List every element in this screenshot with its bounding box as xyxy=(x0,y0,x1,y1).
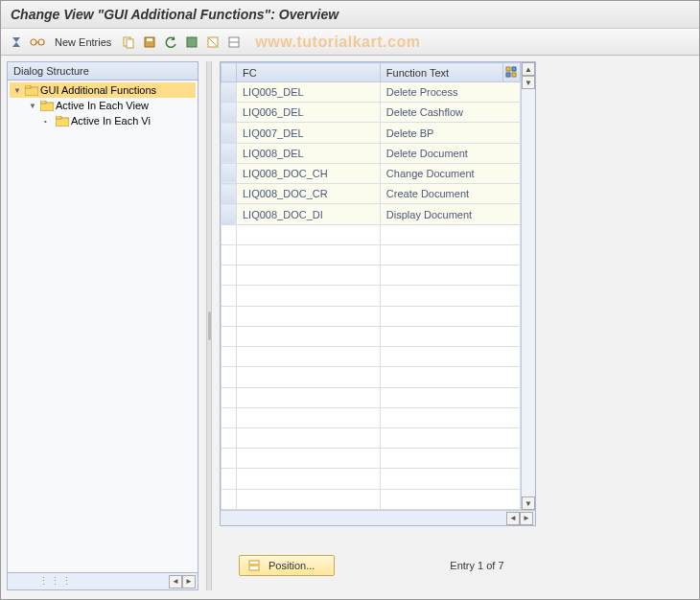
table-row-empty[interactable] xyxy=(222,367,521,387)
cell-function-text[interactable]: Delete Process xyxy=(380,82,520,103)
cell-fc[interactable] xyxy=(237,244,381,265)
table-config-button[interactable] xyxy=(502,63,520,82)
cell-fc[interactable] xyxy=(237,265,381,286)
column-header-fc[interactable]: FC xyxy=(237,63,381,82)
table-row-empty[interactable] xyxy=(222,326,521,346)
cell-fc[interactable] xyxy=(237,407,381,427)
row-selector[interactable] xyxy=(222,449,237,469)
row-selector[interactable] xyxy=(222,204,237,224)
drag-handle-icon[interactable]: ⋮⋮⋮ xyxy=(10,575,169,588)
row-selector[interactable] xyxy=(222,163,237,183)
table-row-empty[interactable] xyxy=(222,489,521,509)
cell-fc[interactable] xyxy=(237,367,381,387)
table-row[interactable]: LIQ008_DOC_DIDisplay Document xyxy=(222,204,521,224)
scroll-right-button[interactable]: ► xyxy=(182,575,196,588)
row-header-corner[interactable] xyxy=(222,63,237,82)
tree-item[interactable]: ▼Active In Each View xyxy=(10,98,196,113)
table-row-empty[interactable] xyxy=(222,244,521,265)
row-selector[interactable] xyxy=(222,469,237,489)
glasses-icon[interactable] xyxy=(30,35,45,50)
table-row-empty[interactable] xyxy=(222,469,521,489)
copy-icon[interactable] xyxy=(121,35,136,50)
toggle-tech-names-icon[interactable] xyxy=(9,35,24,50)
scroll-left-button[interactable]: ◄ xyxy=(169,575,182,588)
cell-function-text[interactable] xyxy=(380,347,520,367)
row-selector[interactable] xyxy=(222,387,237,407)
row-selector[interactable] xyxy=(222,306,237,326)
column-header-function-text[interactable]: Function Text xyxy=(380,63,502,82)
collapse-icon[interactable]: ▼ xyxy=(29,102,38,110)
row-selector[interactable] xyxy=(222,224,237,244)
scroll-track[interactable] xyxy=(522,89,535,496)
cell-fc[interactable] xyxy=(237,224,381,244)
row-selector[interactable] xyxy=(222,82,237,103)
cell-fc[interactable]: LIQ007_DEL xyxy=(237,123,381,143)
row-selector[interactable] xyxy=(222,367,237,387)
row-selector[interactable] xyxy=(222,427,237,448)
table-row[interactable]: LIQ008_DOC_CHChange Document xyxy=(222,163,521,183)
table-row-empty[interactable] xyxy=(222,387,521,407)
cell-fc[interactable] xyxy=(237,286,381,306)
cell-function-text[interactable] xyxy=(380,265,520,286)
tree-item[interactable]: •Active In Each Vi xyxy=(10,113,196,128)
scroll-down-end-button[interactable]: ▼ xyxy=(522,496,535,510)
hscroll-right-button[interactable]: ► xyxy=(520,512,533,525)
cell-function-text[interactable]: Change Document xyxy=(380,163,520,183)
cell-function-text[interactable] xyxy=(380,469,520,489)
table-row-empty[interactable] xyxy=(222,427,521,448)
deselect-icon[interactable] xyxy=(205,35,221,50)
table-row-empty[interactable] xyxy=(222,449,521,469)
row-selector[interactable] xyxy=(222,489,237,509)
cell-function-text[interactable] xyxy=(380,367,520,387)
undo-icon[interactable] xyxy=(163,35,178,50)
table-row-empty[interactable] xyxy=(222,265,521,286)
cell-fc[interactable]: LIQ005_DEL xyxy=(237,82,381,103)
row-selector[interactable] xyxy=(222,326,237,346)
row-selector[interactable] xyxy=(222,123,237,143)
table-row-empty[interactable] xyxy=(222,347,521,367)
row-selector[interactable] xyxy=(222,265,237,286)
row-selector[interactable] xyxy=(222,286,237,306)
cell-function-text[interactable] xyxy=(380,244,520,265)
row-selector[interactable] xyxy=(222,347,237,367)
cell-fc[interactable] xyxy=(237,469,381,489)
splitter-handle[interactable] xyxy=(206,61,212,590)
cell-fc[interactable] xyxy=(237,347,381,367)
save-icon[interactable] xyxy=(142,35,157,50)
cell-fc[interactable] xyxy=(237,489,381,509)
cell-fc[interactable]: LIQ008_DOC_CH xyxy=(237,163,381,183)
row-selector[interactable] xyxy=(222,103,237,123)
cell-function-text[interactable] xyxy=(380,407,520,427)
cell-function-text[interactable]: Delete BP xyxy=(380,123,520,143)
row-selector[interactable] xyxy=(222,244,237,265)
hscroll-left-button[interactable]: ◄ xyxy=(506,512,520,525)
row-selector[interactable] xyxy=(222,143,237,163)
select-all-icon[interactable] xyxy=(184,35,199,50)
expand-icon[interactable]: • xyxy=(44,117,54,126)
position-button[interactable]: Position... xyxy=(239,555,335,576)
cell-function-text[interactable]: Delete Document xyxy=(380,143,520,163)
cell-fc[interactable] xyxy=(237,306,381,326)
row-selector[interactable] xyxy=(222,184,237,204)
cell-function-text[interactable] xyxy=(380,326,520,346)
tree-item[interactable]: ▼GUI Additional Functions xyxy=(10,82,196,98)
cell-fc[interactable]: LIQ008_DEL xyxy=(237,143,381,163)
cell-function-text[interactable] xyxy=(380,387,520,407)
table-row[interactable]: LIQ005_DELDelete Process xyxy=(222,82,521,103)
table-row[interactable]: LIQ008_DELDelete Document xyxy=(222,143,521,163)
row-selector[interactable] xyxy=(222,407,237,427)
new-entries-button[interactable]: New Entries xyxy=(51,36,115,48)
delimit-icon[interactable] xyxy=(226,35,242,50)
cell-function-text[interactable] xyxy=(380,224,520,244)
cell-function-text[interactable] xyxy=(380,286,520,306)
scroll-down-button[interactable]: ▼ xyxy=(522,76,535,89)
cell-function-text[interactable]: Create Document xyxy=(380,184,520,204)
table-row[interactable]: LIQ007_DELDelete BP xyxy=(222,123,521,143)
cell-fc[interactable] xyxy=(237,387,381,407)
cell-fc[interactable] xyxy=(237,449,381,469)
cell-fc[interactable] xyxy=(237,427,381,448)
cell-function-text[interactable]: Display Document xyxy=(380,204,520,224)
cell-function-text[interactable] xyxy=(380,449,520,469)
table-row[interactable]: LIQ006_DELDelete Cashflow xyxy=(222,103,521,123)
table-row-empty[interactable] xyxy=(222,407,521,427)
